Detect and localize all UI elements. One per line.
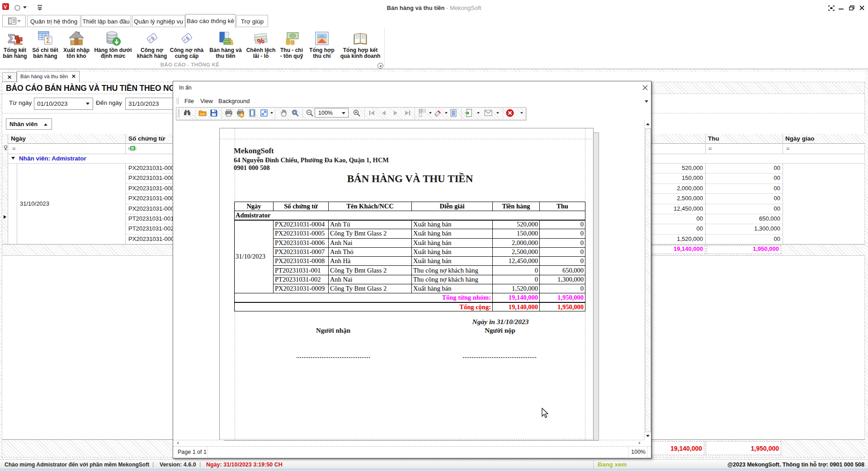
svg-text:Σ: Σ [46, 37, 51, 44]
